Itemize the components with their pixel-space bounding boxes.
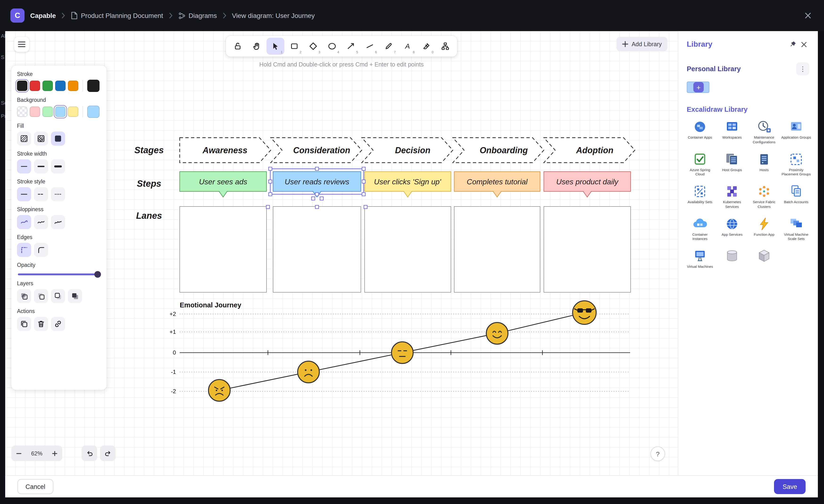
more-shapes-tool[interactable] — [436, 38, 454, 55]
library-item-host-groups[interactable]: Host Groups — [717, 152, 747, 177]
library-item-vm-scale-sets[interactable]: Virtual Machine Scale Sets — [781, 217, 811, 241]
stroke-width-bold-button[interactable] — [34, 159, 48, 173]
redo-button[interactable] — [100, 446, 116, 461]
stroke-style-solid-button[interactable] — [17, 187, 31, 201]
fill-solid-button[interactable] — [51, 132, 65, 146]
save-button[interactable]: Save — [774, 479, 806, 494]
stroke-width-thin-button[interactable] — [17, 159, 31, 173]
add-to-library-button[interactable]: + — [693, 82, 704, 92]
library-item-cylinder[interactable] — [717, 249, 747, 269]
bg-current-color[interactable] — [87, 106, 100, 118]
lane-consideration[interactable] — [273, 207, 361, 292]
lane-awareness[interactable] — [180, 207, 267, 292]
lock-tool[interactable] — [229, 38, 247, 55]
close-modal-button[interactable] — [802, 10, 814, 21]
library-item-kubernetes-services[interactable]: Kubernetes Services — [717, 184, 747, 209]
fill-hachure-button[interactable] — [17, 132, 31, 146]
diamond-tool[interactable]: 3 — [304, 38, 322, 55]
delete-button[interactable] — [34, 317, 48, 331]
help-button[interactable]: ? — [650, 447, 665, 461]
breadcrumb-capable[interactable]: Capable — [30, 12, 56, 19]
emotional-journey-chart[interactable]: Emotional Journey +2 +1 0 - — [170, 301, 630, 401]
personal-library-add-tile[interactable]: + — [687, 80, 711, 94]
stroke-color-red[interactable] — [30, 81, 40, 91]
emoji-sad[interactable] — [298, 361, 319, 383]
library-item-app-services[interactable]: App Services — [717, 217, 747, 241]
stroke-color-orange[interactable] — [68, 81, 78, 91]
eraser-tool[interactable]: 0 — [417, 38, 435, 55]
stroke-color-green[interactable] — [42, 81, 53, 91]
sloppiness-cartoonist-button[interactable] — [51, 215, 65, 229]
ellipse-tool[interactable]: 4 — [323, 38, 341, 55]
step-completes-tutorial[interactable]: Completes tutorial — [454, 171, 540, 197]
draw-tool[interactable]: 7 — [380, 38, 398, 55]
zoom-in-button[interactable] — [47, 446, 62, 461]
library-item-availability-sets[interactable]: Availability Sets — [685, 184, 715, 209]
stroke-color-black[interactable] — [17, 81, 27, 91]
stroke-current-color[interactable] — [87, 80, 100, 92]
main-menu-button[interactable] — [14, 37, 29, 52]
send-to-back-button[interactable] — [17, 289, 31, 303]
lane-onboarding[interactable] — [454, 207, 540, 292]
personal-library-menu-button[interactable]: ⋮ — [796, 62, 809, 76]
lane-decision[interactable] — [365, 207, 451, 292]
sloppiness-artist-button[interactable] — [34, 215, 48, 229]
stroke-color-blue[interactable] — [55, 81, 66, 91]
undo-button[interactable] — [82, 446, 97, 461]
library-item-maintenance-configurations[interactable]: Maintenance Configurations — [749, 120, 779, 144]
library-item-container-apps[interactable]: Container Apps — [685, 120, 715, 144]
lane-adoption[interactable] — [544, 207, 631, 292]
emoji-cool[interactable] — [573, 301, 596, 325]
step-user-clicks-sign-up[interactable]: User clicks 'Sign up' — [365, 171, 451, 197]
bg-color-green[interactable] — [42, 107, 53, 117]
library-item-hosts[interactable]: Hosts — [749, 152, 779, 177]
library-item-proximity-placement-groups[interactable]: Proximity Placement Groups — [781, 152, 811, 177]
close-library-button[interactable] — [799, 39, 809, 50]
cancel-button[interactable]: Cancel — [17, 479, 53, 494]
library-item-batch-accounts[interactable]: Batch Accounts — [781, 184, 811, 209]
library-item-service-fabric-clusters[interactable]: Service Fabric Clusters — [749, 184, 779, 209]
send-backward-button[interactable] — [34, 289, 48, 303]
emoji-neutral[interactable] — [392, 342, 413, 364]
step-user-sees-ads[interactable]: User sees ads — [180, 171, 267, 197]
bg-color-transparent[interactable] — [17, 107, 27, 117]
rectangle-tool[interactable]: 2 — [285, 38, 303, 55]
library-item-workspaces[interactable]: Workspaces — [717, 120, 747, 144]
selection-tool[interactable]: 1 — [267, 38, 284, 55]
zoom-out-button[interactable] — [11, 446, 26, 461]
opacity-slider[interactable] — [18, 273, 100, 275]
breadcrumb-diagrams[interactable]: Diagrams — [178, 12, 217, 19]
emoji-happy[interactable] — [486, 323, 508, 344]
duplicate-button[interactable] — [17, 317, 31, 331]
step-uses-product-daily[interactable]: Uses product daily — [544, 171, 631, 197]
text-tool[interactable]: A8 — [399, 38, 416, 55]
library-item-application-groups[interactable]: Application Groups — [781, 120, 811, 144]
bring-to-front-button[interactable] — [68, 289, 82, 303]
library-item-cube[interactable] — [749, 249, 779, 269]
hand-tool[interactable] — [247, 38, 266, 55]
edges-round-button[interactable] — [34, 243, 48, 257]
library-item-function-app[interactable]: Function App — [749, 217, 779, 241]
library-item-virtual-machines[interactable]: Virtual Machines — [685, 249, 715, 269]
edges-sharp-button[interactable] — [17, 243, 31, 257]
line-tool[interactable]: 6 — [361, 38, 379, 55]
bring-forward-button[interactable] — [51, 289, 65, 303]
stroke-width-extrabold-button[interactable] — [51, 159, 65, 173]
bg-color-blue[interactable] — [55, 107, 66, 117]
drawing-canvas[interactable]: Stages Steps Lanes — [5, 31, 678, 475]
sloppiness-architect-button[interactable] — [17, 215, 31, 229]
link-button[interactable] — [51, 317, 65, 331]
library-item-azure-spring-cloud[interactable]: Azure Spring Cloud — [685, 152, 715, 177]
bg-color-pink[interactable] — [30, 107, 40, 117]
fill-crosshatch-button[interactable] — [34, 132, 48, 146]
library-item-container-instances[interactable]: Container Instances — [685, 217, 715, 241]
stroke-style-dotted-button[interactable] — [51, 187, 65, 201]
arrow-tool[interactable]: 5 — [342, 38, 360, 55]
opacity-slider-knob[interactable] — [94, 271, 101, 278]
pin-library-button[interactable] — [787, 39, 799, 50]
bg-color-yellow[interactable] — [68, 107, 78, 117]
breadcrumb-document[interactable]: Product Planning Document — [71, 12, 163, 19]
stroke-style-dashed-button[interactable] — [34, 187, 48, 201]
add-library-button[interactable]: Add Library — [616, 37, 667, 51]
zoom-level[interactable]: 62% — [26, 450, 47, 457]
